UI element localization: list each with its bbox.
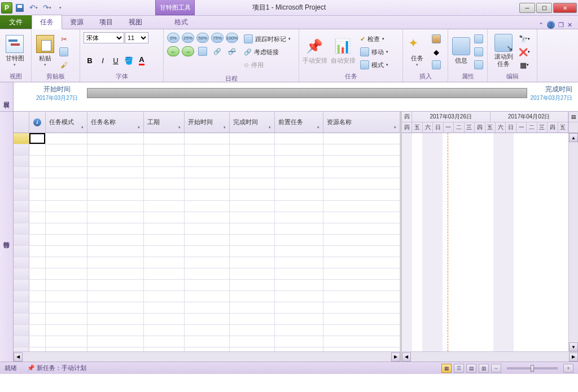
grid-cell[interactable]: [275, 347, 323, 351]
row-header[interactable]: [14, 178, 29, 189]
grid-cell[interactable]: [230, 347, 275, 351]
grid-cell[interactable]: [230, 291, 275, 302]
grid-cell[interactable]: [87, 190, 144, 200]
grid-cell[interactable]: [46, 314, 87, 324]
grid-cell[interactable]: [275, 257, 323, 268]
grid-cell[interactable]: [87, 347, 144, 351]
grid-cell[interactable]: [185, 302, 230, 313]
view-side-tab[interactable]: 甘特图: [0, 112, 14, 362]
unlink-tasks-button[interactable]: 🔗: [226, 45, 238, 58]
grid-cell[interactable]: [87, 302, 144, 313]
grid-cell[interactable]: [144, 201, 185, 212]
grid-cell[interactable]: [275, 133, 323, 144]
grid-cell[interactable]: [87, 280, 144, 290]
grid-cell[interactable]: [323, 336, 400, 347]
grid-cell[interactable]: [87, 144, 144, 155]
timeline-body[interactable]: 开始时间 2017年03月27日 完成时间 2017年03月27日: [14, 82, 578, 111]
grid-cell[interactable]: [185, 178, 230, 189]
grid-cell[interactable]: [46, 144, 87, 155]
fill-button[interactable]: ▦▾: [518, 59, 531, 71]
doc-close-icon[interactable]: ✕: [567, 21, 572, 29]
grid-cell[interactable]: [275, 302, 323, 313]
grid-cell[interactable]: [230, 190, 275, 200]
row-header[interactable]: [14, 190, 29, 200]
filter-caret-icon[interactable]: ▾: [267, 124, 273, 131]
grid-cell[interactable]: [323, 156, 400, 166]
grid-cell[interactable]: [275, 291, 323, 302]
row-header[interactable]: [14, 336, 29, 347]
grid-cell[interactable]: [29, 156, 46, 166]
filter-caret-icon[interactable]: ▾: [392, 124, 398, 131]
grid-cell[interactable]: [46, 268, 87, 279]
grid-cell[interactable]: [230, 167, 275, 178]
table-row[interactable]: [14, 336, 400, 347]
pct-100-button[interactable]: 100%: [226, 33, 238, 43]
table-row[interactable]: [14, 314, 400, 325]
paste-button[interactable]: 粘贴 ▾: [34, 30, 56, 71]
view-team-button[interactable]: ▤: [466, 364, 476, 373]
grid-cell[interactable]: [87, 133, 144, 144]
grid-cell[interactable]: [275, 223, 323, 234]
tab-project[interactable]: 项目: [91, 15, 121, 29]
filter-caret-icon[interactable]: ▾: [177, 124, 182, 131]
grid-cell[interactable]: [230, 223, 275, 234]
split-task-button[interactable]: [196, 45, 209, 58]
grid-cell[interactable]: [29, 325, 46, 336]
col-start[interactable]: 开始时间▾: [185, 112, 230, 133]
grid-cell[interactable]: [275, 235, 323, 245]
grid-cell[interactable]: [323, 347, 400, 351]
grid-cell[interactable]: [230, 246, 275, 257]
grid-cell[interactable]: [323, 302, 400, 313]
scroll-right-button[interactable]: ▶: [569, 353, 578, 362]
grid-cell[interactable]: [87, 201, 144, 212]
grid-cell[interactable]: [144, 133, 185, 144]
table-row[interactable]: [14, 235, 400, 246]
view-resource-button[interactable]: ▥: [479, 364, 489, 373]
timeline-add-button[interactable]: [472, 59, 485, 71]
table-row[interactable]: [14, 280, 400, 291]
grid-h-scrollbar[interactable]: ◀ ▶: [14, 351, 400, 362]
grid-cell[interactable]: [29, 302, 46, 313]
grid-cell[interactable]: [323, 212, 400, 223]
grid-cell[interactable]: [29, 336, 46, 347]
filter-caret-icon[interactable]: ▾: [316, 124, 321, 131]
grid-body[interactable]: [14, 133, 400, 351]
grid-cell[interactable]: [323, 201, 400, 212]
doc-restore-icon[interactable]: ❐: [558, 21, 564, 29]
row-header[interactable]: [14, 201, 29, 212]
grid-cell[interactable]: [230, 212, 275, 223]
grid-cell[interactable]: [230, 302, 275, 313]
col-task-name[interactable]: 任务名称▾: [87, 112, 144, 133]
grid-cell[interactable]: [144, 280, 185, 290]
filter-caret-icon[interactable]: ▾: [222, 124, 227, 131]
pct-50-button[interactable]: 50%: [196, 33, 209, 43]
grid-cell[interactable]: [230, 235, 275, 245]
row-header[interactable]: [14, 246, 29, 257]
grid-cell[interactable]: [323, 291, 400, 302]
gantt-h-scrollbar[interactable]: ◀ ▶: [402, 351, 578, 362]
grid-cell[interactable]: [323, 144, 400, 155]
grid-cell[interactable]: [46, 212, 87, 223]
row-header[interactable]: [14, 347, 29, 351]
grid-cell[interactable]: [323, 268, 400, 279]
status-new-task[interactable]: 📌 新任务：手动计划: [27, 364, 86, 372]
grid-cell[interactable]: [87, 291, 144, 302]
grid-cell[interactable]: [275, 144, 323, 155]
grid-cell[interactable]: [46, 347, 87, 351]
grid-cell[interactable]: [144, 314, 185, 324]
grid-cell[interactable]: [144, 246, 185, 257]
move-button[interactable]: 移动▾: [358, 46, 391, 58]
grid-cell[interactable]: [87, 325, 144, 336]
grid-cell[interactable]: [275, 167, 323, 178]
table-row[interactable]: [14, 144, 400, 156]
grid-cell[interactable]: [29, 178, 46, 189]
grid-cell[interactable]: [87, 156, 144, 166]
minimize-ribbon-icon[interactable]: ⌃: [538, 21, 544, 29]
grid-cell[interactable]: [46, 178, 87, 189]
cut-button[interactable]: ✂: [58, 33, 70, 45]
table-row[interactable]: [14, 325, 400, 336]
col-resource-names[interactable]: 资源名称▾: [323, 112, 400, 133]
tab-task[interactable]: 任务: [32, 15, 62, 29]
grid-cell[interactable]: [185, 347, 230, 351]
view-usage-button[interactable]: ☰: [454, 364, 464, 373]
